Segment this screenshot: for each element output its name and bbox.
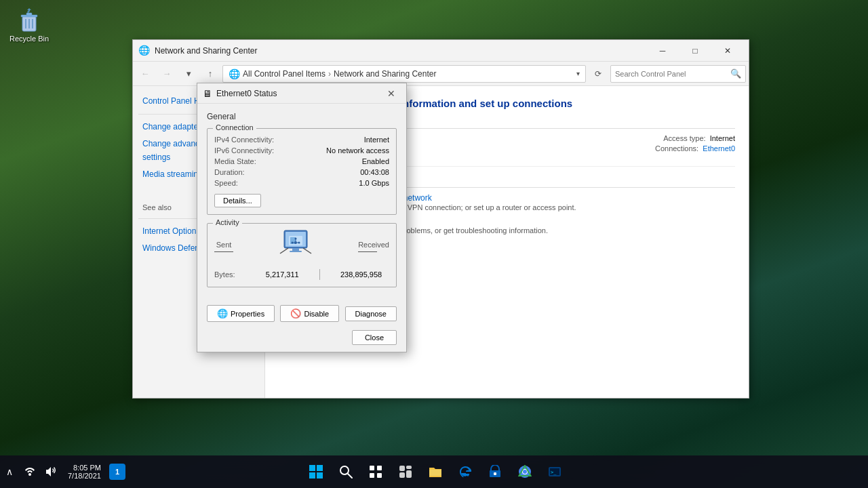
dialog-title-icon: 🖥 — [203, 88, 212, 99]
clock-time: 8:05 PM — [73, 464, 101, 472]
notification-badge[interactable]: 1 — [109, 464, 125, 480]
dialog-body: General Connection IPv4 Connectivity: In… — [197, 104, 406, 305]
bytes-label: Bytes: — [214, 270, 235, 279]
refresh-button[interactable]: ⟳ — [589, 64, 608, 83]
history-dropdown[interactable]: ▾ — [179, 64, 198, 83]
svg-rect-2 — [26, 13, 32, 16]
disable-icon: 🚫 — [290, 308, 301, 319]
svg-rect-35 — [429, 470, 441, 476]
window-icon: 🌐 — [138, 45, 151, 57]
forward-button[interactable]: → — [157, 64, 176, 83]
taskbar-right: ∧ 8:05 PM 7/ — [0, 461, 128, 483]
search-icon[interactable]: 🔍 — [730, 68, 741, 79]
dev-tools-button[interactable]: >_ — [541, 458, 568, 485]
network-tray-icon[interactable] — [20, 462, 39, 481]
svg-rect-9 — [290, 251, 302, 252]
svg-point-14 — [294, 241, 297, 244]
field-value-speed: 1.0 Gbps — [296, 178, 389, 188]
field-value-ipv6: No network access — [296, 145, 389, 156]
diagnose-label: Diagnose — [355, 310, 387, 318]
svg-point-40 — [523, 470, 527, 474]
close-button[interactable]: ✕ — [712, 40, 743, 62]
svg-rect-30 — [377, 473, 382, 478]
table-row: IPv4 Connectivity: Internet — [214, 134, 389, 145]
svg-point-25 — [340, 466, 349, 474]
activity-section: Activity Sent — [207, 223, 397, 287]
svg-rect-31 — [399, 466, 405, 471]
field-label-speed: Speed: — [214, 178, 296, 188]
field-label-media: Media State: — [214, 156, 296, 167]
sent-line — [214, 251, 233, 252]
ethernet-status-dialog: 🖥 Ethernet0 Status ✕ General Connection … — [197, 83, 407, 352]
svg-rect-23 — [309, 472, 315, 479]
system-clock[interactable]: 8:05 PM 7/18/2021 — [62, 461, 106, 483]
dialog-titlebar: 🖥 Ethernet0 Status ✕ — [197, 83, 406, 104]
bytes-row: Bytes: 5,217,311 238,895,958 — [214, 269, 389, 280]
search-input[interactable] — [615, 70, 730, 78]
maximize-button[interactable]: □ — [679, 40, 711, 62]
properties-button[interactable]: 🌐 Properties — [207, 305, 275, 322]
volume-tray-icon[interactable] — [41, 462, 60, 481]
sent-dash-left — [214, 251, 233, 252]
up-button[interactable]: ↑ — [201, 64, 220, 83]
field-label-ipv6: IPv6 Connectivity: — [214, 145, 296, 156]
file-explorer-button[interactable] — [422, 458, 449, 485]
sent-col: Sent — [214, 241, 233, 252]
svg-rect-34 — [406, 470, 412, 478]
svg-line-26 — [348, 474, 352, 478]
path-dropdown-arrow[interactable]: ▾ — [576, 70, 580, 77]
title-bar: 🌐 Network and Sharing Center ─ □ ✕ — [133, 40, 749, 62]
address-path[interactable]: 🌐 All Control Panel Items › Network and … — [222, 65, 586, 83]
minimize-button[interactable]: ─ — [647, 40, 678, 62]
dialog-footer: 🌐 Properties 🚫 Disable Diagnose — [197, 305, 406, 330]
field-value-media: Enabled — [296, 156, 389, 167]
connection-info-table: IPv4 Connectivity: Internet IPv6 Connect… — [214, 134, 389, 188]
dialog-close-button[interactable]: ✕ — [382, 84, 401, 103]
network-right: Access type: Internet Connections: Ether… — [655, 134, 735, 152]
tray-expand-button[interactable]: ∧ — [0, 462, 19, 481]
svg-rect-32 — [406, 466, 412, 469]
path-separator: › — [328, 69, 331, 79]
svg-text:>_: >_ — [551, 470, 557, 475]
window-controls: ─ □ ✕ — [647, 40, 743, 62]
svg-rect-21 — [309, 465, 315, 471]
field-value-duration: 00:43:08 — [296, 167, 389, 178]
dialog-tab-general[interactable]: General — [207, 112, 397, 121]
received-label: Received — [358, 241, 389, 249]
disable-button[interactable]: 🚫 Disable — [280, 305, 339, 322]
search-taskbar-button[interactable] — [332, 458, 359, 485]
taskbar-center: >_ — [300, 458, 568, 485]
start-button[interactable] — [302, 458, 330, 485]
search-box[interactable]: 🔍 — [610, 65, 746, 83]
field-label-duration: Duration: — [214, 167, 296, 178]
svg-line-10 — [280, 248, 288, 253]
svg-rect-29 — [370, 473, 374, 478]
widgets-button[interactable] — [392, 458, 419, 485]
store-button[interactable] — [481, 458, 509, 485]
taskbar: >_ ∧ — [0, 455, 868, 488]
table-row: IPv6 Connectivity: No network access — [214, 145, 389, 156]
task-view-button[interactable] — [362, 458, 389, 485]
bytes-sent: 5,217,311 — [250, 270, 304, 279]
diagnose-button[interactable]: Diagnose — [345, 306, 397, 321]
edge-button[interactable] — [452, 458, 479, 485]
adapter-link[interactable]: Ethernet0 — [703, 144, 735, 152]
path-icon: 🌐 — [229, 68, 240, 79]
chrome-button[interactable] — [511, 458, 538, 485]
properties-icon: 🌐 — [217, 308, 228, 319]
window-title: Network and Sharing Center — [155, 46, 647, 56]
back-button[interactable]: ← — [136, 64, 155, 83]
network-adapter-icon — [279, 229, 313, 264]
received-line — [358, 251, 389, 252]
desktop: Recycle Bin 🌐 Network and Sharing Center… — [0, 0, 868, 488]
breadcrumb-root: All Control Panel Items — [243, 69, 326, 79]
close-dialog-button[interactable]: Close — [352, 330, 397, 345]
received-col: Received — [358, 241, 389, 252]
connection-section-label: Connection — [213, 123, 256, 131]
table-row: Speed: 1.0 Gbps — [214, 178, 389, 188]
svg-line-11 — [303, 248, 311, 253]
details-button[interactable]: Details... — [214, 194, 261, 207]
breadcrumb-current: Network and Sharing Center — [334, 69, 436, 79]
recycle-bin-label: Recycle Bin — [9, 34, 49, 43]
recycle-bin-icon[interactable]: Recycle Bin — [5, 5, 53, 46]
